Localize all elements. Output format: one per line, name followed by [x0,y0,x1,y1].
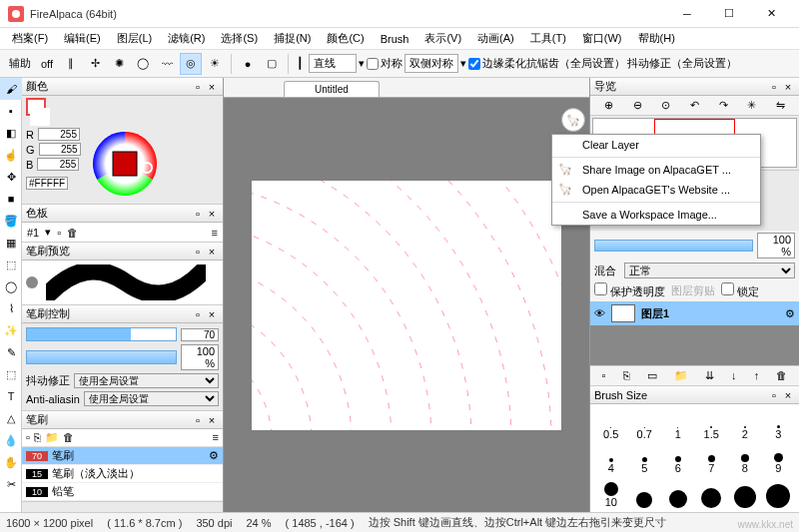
panel-close-icon[interactable]: × [205,80,219,94]
hand-tool-icon[interactable]: ✋ [0,451,22,473]
panel-undock-icon[interactable]: ▫ [191,307,205,321]
brush-row[interactable]: 15笔刷（淡入淡出） [22,465,223,483]
layer-down-icon[interactable]: ↑ [754,369,760,382]
smudge-tool-icon[interactable]: ☝ [0,144,22,166]
symmetry-checkbox[interactable]: 对称 [367,56,402,71]
brush-tool-icon[interactable]: 🖌 [0,78,22,100]
snap-circle-icon[interactable]: ◯ [132,53,154,75]
blend-select[interactable]: 正常 [624,263,795,278]
brush-size-cell[interactable]: 3 [762,408,796,440]
eraser-tool-icon[interactable]: ◧ [0,122,22,144]
menu-brush[interactable]: Brush [375,31,415,47]
menu-select[interactable]: 选择(S) [215,29,264,48]
text-tool-icon[interactable]: T [0,385,22,407]
layer-folder-icon[interactable]: 📁 [674,369,688,382]
alpaca-avatar-icon[interactable]: 🦙 [561,108,585,132]
rotate-right-icon[interactable]: ↷ [719,99,728,112]
visibility-icon[interactable]: 👁 [594,307,605,319]
rotate-left-icon[interactable]: ↶ [690,99,699,112]
layer-dup-icon[interactable]: ⎘ [623,369,630,382]
panel-close-icon[interactable]: × [205,207,219,221]
brush-del-icon[interactable]: 🗑 [63,431,74,444]
brush-size-cell[interactable]: 6 [661,442,695,474]
brush-size-cell[interactable]: 7 [695,442,729,474]
bucket-tool-icon[interactable]: 🪣 [0,210,22,232]
menu-tools[interactable]: 工具(T) [524,29,572,48]
brush-size-cell[interactable] [728,476,762,508]
brush-size-cell[interactable]: 4 [594,442,628,474]
zoom-in-icon[interactable]: ⊕ [604,99,613,112]
ctx-share-alpacaget[interactable]: 🦙Share Image on AlpacaGET ... [552,160,760,180]
brush-menu-icon[interactable]: ≡ [213,431,219,444]
shake-select[interactable]: 使用全局设置 [74,373,219,388]
brush-row[interactable]: 10铅笔 [22,483,223,501]
canvas[interactable] [252,181,561,430]
palette-delete-icon[interactable]: 🗑 [67,227,78,239]
snap-cross-icon[interactable]: ✢ [84,53,106,75]
zoom-fit-icon[interactable]: ⊙ [661,99,670,112]
menu-anim[interactable]: 动画(A) [471,29,520,48]
brush-size-cell[interactable]: 0.7 [628,408,662,440]
shake-checkbox[interactable]: 抖动修正（全局设置） [627,56,737,71]
menu-view[interactable]: 表示(V) [418,29,467,48]
snap-concentric-icon[interactable]: ◎ [180,53,202,75]
brush-size-cell[interactable]: 1.5 [695,408,729,440]
select-pen-icon[interactable]: ⬚ [0,363,22,385]
brush-size-slider[interactable] [26,327,177,341]
aa-select[interactable]: 使用全局设置 [84,391,219,406]
layer-opacity-slider[interactable] [594,240,753,252]
select-ellipse-icon[interactable]: ◯ [0,275,22,297]
color-wheel[interactable] [89,128,161,200]
snap-square-icon[interactable]: ▢ [261,53,283,75]
layer-del-icon[interactable]: 🗑 [776,369,787,382]
brush-dup-icon[interactable]: ⎘ [34,431,41,444]
fill-shape-icon[interactable]: ■ [0,188,22,210]
panel-undock-icon[interactable]: ▫ [767,80,781,94]
brush-size-cell[interactable]: 2 [728,408,762,440]
pen-tool-icon[interactable]: ✎ [0,341,22,363]
color-r-input[interactable] [38,128,80,141]
snap-radial-icon[interactable]: ✺ [108,53,130,75]
close-button[interactable]: ✕ [751,0,791,28]
protect-alpha-checkbox[interactable]: 保护透明度 [594,282,665,299]
brush-size-cell[interactable] [695,476,729,508]
panel-undock-icon[interactable]: ▫ [767,388,781,402]
shape-tool-icon[interactable]: △ [0,407,22,429]
canvas-viewport[interactable]: 🦙 ⇪ [224,98,589,512]
menu-color[interactable]: 颜色(C) [321,29,370,48]
move-tool-icon[interactable]: ✥ [0,166,22,188]
panel-close-icon[interactable]: × [781,80,795,94]
brush-opacity-slider[interactable] [26,350,177,364]
brush-size-cell[interactable]: 9 [762,442,796,474]
ctx-clear-layer[interactable]: Clear Layer [552,135,760,155]
layer-group-icon[interactable]: ▭ [647,369,657,382]
snap-dot-icon[interactable]: ● [237,53,259,75]
panel-close-icon[interactable]: × [205,307,219,321]
panel-close-icon[interactable]: × [205,413,219,427]
fg-bg-swatch[interactable] [26,98,54,122]
layer-new-icon[interactable]: ▫ [602,369,606,382]
panel-close-icon[interactable]: × [205,245,219,259]
flip-icon[interactable]: ⇋ [776,99,785,112]
divide-tool-icon[interactable]: ✂ [0,473,22,495]
snap-vanish-icon[interactable]: ☀ [204,53,226,75]
gear-icon[interactable]: ⚙ [785,307,795,320]
line-type-select[interactable]: 直线 [309,54,357,73]
aa-checkbox[interactable]: 边缘柔化抗锯齿（全局设置） [468,56,625,71]
brush-size-value[interactable]: 70 [181,328,219,341]
lasso-tool-icon[interactable]: ⌇ [0,297,22,319]
palette-add-icon[interactable]: ▫ [57,227,61,239]
wand-tool-icon[interactable]: ✨ [0,319,22,341]
panel-undock-icon[interactable]: ▫ [191,413,205,427]
palette-menu-icon[interactable]: ≡ [212,227,218,239]
gradient-tool-icon[interactable]: ▦ [0,232,22,254]
brush-size-cell[interactable]: 1 [661,408,695,440]
layer-up-icon[interactable]: ↓ [731,369,737,382]
rotate-reset-icon[interactable]: ✳ [747,99,756,112]
brush-row[interactable]: 70笔刷⚙ [22,447,223,465]
snap-parallel-icon[interactable]: ∥ [60,53,82,75]
brush-size-cell[interactable] [661,476,695,508]
panel-undock-icon[interactable]: ▫ [191,207,205,221]
select-rect-icon[interactable]: ⬚ [0,254,22,275]
minimize-button[interactable]: ─ [667,0,707,28]
